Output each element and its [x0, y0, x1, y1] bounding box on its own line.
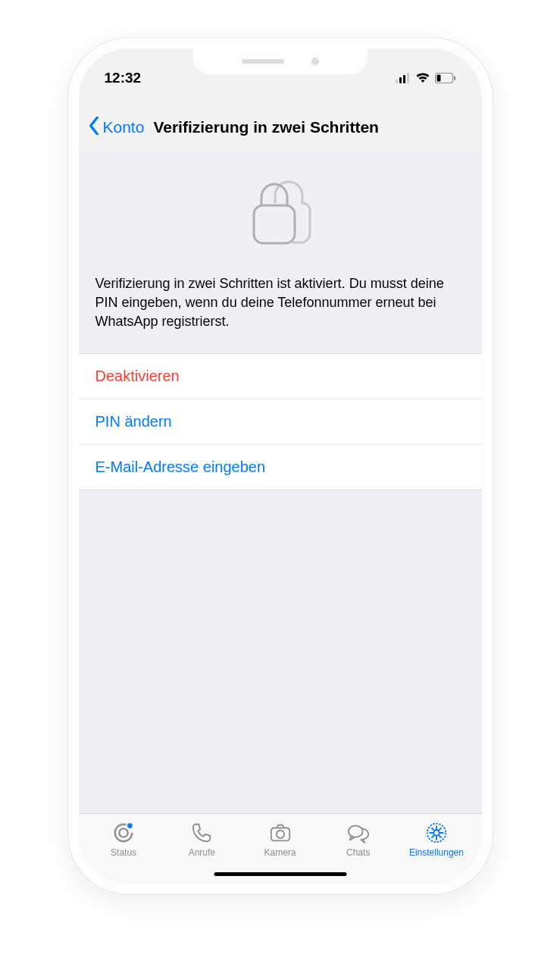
change-pin-button[interactable]: PIN ändern [79, 399, 482, 445]
svg-rect-1 [399, 77, 402, 83]
lock-icon [246, 174, 314, 253]
back-chevron-icon[interactable] [88, 117, 100, 138]
svg-rect-2 [403, 75, 405, 83]
navigation-bar: Konto Verifizierung in zwei Schritten [79, 94, 482, 152]
svg-point-12 [276, 831, 283, 838]
tab-settings[interactable]: Einstellungen [397, 821, 475, 858]
tab-label: Status [111, 847, 136, 858]
svg-point-10 [127, 823, 133, 828]
hero-section: Verifizierung in zwei Schritten ist akti… [79, 152, 482, 353]
actions-list: Deaktivieren PIN ändern E-Mail-Adresse e… [79, 353, 482, 490]
status-icons [396, 73, 456, 83]
back-button[interactable]: Konto [103, 118, 145, 136]
status-time: 12:32 [105, 70, 142, 86]
info-text: Verifizierung in zwei Schritten ist akti… [95, 274, 465, 332]
home-indicator[interactable] [214, 872, 346, 876]
status-icon [112, 821, 135, 844]
svg-rect-5 [454, 77, 455, 80]
svg-rect-3 [407, 73, 409, 83]
svg-line-21 [439, 835, 442, 838]
camera-icon [269, 821, 292, 844]
tab-label: Chats [346, 847, 370, 858]
svg-rect-0 [396, 80, 398, 83]
svg-point-13 [349, 826, 363, 837]
chats-icon [347, 821, 370, 844]
disable-button[interactable]: Deaktivieren [79, 354, 482, 399]
enter-email-button[interactable]: E-Mail-Adresse eingeben [79, 445, 482, 490]
device-notch [193, 48, 368, 74]
svg-line-23 [431, 835, 434, 838]
cellular-icon [396, 73, 411, 83]
svg-rect-6 [436, 75, 440, 82]
tab-label: Einstellungen [409, 847, 464, 858]
tab-status[interactable]: Status [85, 821, 163, 858]
tab-label: Kamera [264, 847, 296, 858]
battery-icon [435, 73, 456, 83]
svg-line-20 [431, 828, 434, 831]
page-title: Verifizierung in zwei Schritten [153, 118, 379, 136]
tab-label: Anrufe [189, 847, 215, 858]
tab-chats[interactable]: Chats [319, 821, 397, 858]
content-filler [79, 490, 482, 813]
settings-gear-icon [425, 821, 448, 844]
svg-point-9 [119, 828, 127, 837]
phone-icon [190, 821, 213, 844]
svg-line-22 [439, 828, 442, 831]
wifi-icon [415, 73, 430, 83]
iphone-device-frame: 12:32 Konto Verifizierung in zwei Schrit… [68, 38, 493, 894]
svg-point-15 [433, 830, 440, 836]
tab-calls[interactable]: Anrufe [163, 821, 241, 858]
svg-rect-7 [254, 205, 295, 243]
tab-camera[interactable]: Kamera [241, 821, 319, 858]
